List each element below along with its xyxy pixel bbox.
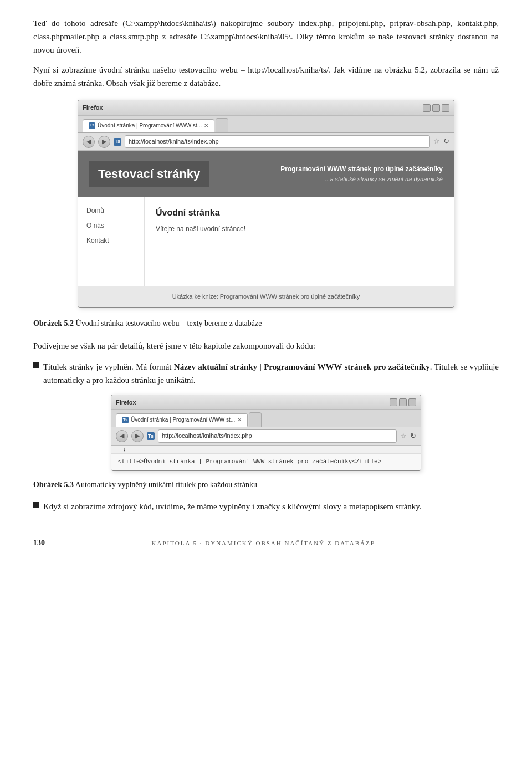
tab-close-1[interactable]: ✕: [204, 121, 208, 130]
site-footer-text-1: Ukázka ke knize: Programování WWW stráne…: [89, 292, 443, 302]
address-bar-1[interactable]: http://localhost/kniha/ts/index.php: [125, 135, 430, 149]
browser-screenshot-1: Firefox Ts Úvodní stránka | Programování…: [78, 100, 454, 308]
figure-caption-1: Obrázek 5.2 Úvodní stránka testovacího w…: [33, 318, 499, 330]
minimize-btn: [423, 104, 431, 112]
browser-tab-active-2[interactable]: Ts Úvodní stránka | Programování WWW st.…: [116, 413, 248, 427]
bullet1-text: Titulek stránky je vyplněn. Má formát: [43, 362, 174, 371]
tab-plus-2[interactable]: +: [249, 412, 262, 427]
browser-titlebar-2: Firefox: [111, 395, 421, 411]
site-tagline-main-1: Programování WWW stránek pro úplné začát…: [280, 164, 443, 175]
page-number: 130: [33, 537, 45, 549]
star-icon-1[interactable]: ☆: [433, 136, 440, 147]
address-url-1: http://localhost/kniha/ts/index.php: [129, 137, 219, 147]
tab-favicon-1: Ts: [89, 122, 95, 129]
forward-button-2[interactable]: ▶: [131, 430, 144, 442]
tab-label-2: Úvodní stránka | Programování WWW st...: [131, 416, 235, 424]
browser-content-1: Testovací stránky Programování WWW strán…: [78, 151, 454, 307]
address-bar-2[interactable]: http://localhost/kniha/ts/index.php: [158, 429, 397, 443]
browser-title-1: Firefox: [83, 103, 103, 113]
indicator-arrow: ↓: [111, 446, 132, 453]
back-button-2[interactable]: ◀: [116, 430, 128, 442]
browser-tabbar-1: Ts Úvodní stránka | Programování WWW st.…: [78, 116, 454, 133]
main-content: Teď do tohoto adresáře (C:\xampp\htdocs\…: [33, 17, 499, 90]
bullet-section-2: Když si zobrazíme zdrojový kód, uvidíme,…: [33, 500, 499, 513]
address-favicon-1: Ts: [114, 138, 121, 146]
close-btn-2: [408, 398, 416, 406]
bullet-icon-1: [33, 362, 39, 368]
bullet-item-2: Když si zobrazíme zdrojový kód, uvidíme,…: [33, 500, 499, 513]
address-favicon-2: Ts: [147, 432, 155, 440]
intro-paragraph-1: Teď do tohoto adresáře (C:\xampp\htdocs\…: [33, 17, 499, 57]
browser-window-controls: [423, 104, 449, 112]
bullet-icon-2: [33, 502, 39, 508]
maximize-btn: [432, 104, 440, 112]
tab-label-1: Úvodní stránka | Programování WWW st...: [98, 121, 202, 130]
indicator-line: ↓: [111, 446, 421, 453]
bullet-text-2: Když si zobrazíme zdrojový kód, uvidíme,…: [43, 500, 499, 513]
bullet-item-1: Titulek stránky je vyplněn. Má formát Ná…: [33, 360, 499, 387]
site-tagline-1: Programování WWW stránek pro úplné začát…: [280, 164, 443, 185]
refresh-icon-2[interactable]: ↻: [410, 431, 416, 442]
nav-home-1[interactable]: Domů: [86, 206, 136, 216]
bullet-text-1: Titulek stránky je vyplněn. Má formát Ná…: [43, 360, 499, 387]
nav-about-1[interactable]: O nás: [86, 221, 136, 231]
site-tagline-sub-1: ...a statické stránky se změní na dynami…: [280, 175, 443, 185]
bullet1-bold: Název aktuální stránky | Programování WW…: [174, 362, 430, 371]
minimize-btn-2: [390, 398, 397, 406]
browser-title-2: Firefox: [116, 398, 136, 408]
site-main-text-1: Vítejte na naší uvodní stránce!: [156, 224, 443, 234]
tab-plus-1[interactable]: +: [216, 118, 228, 132]
address-url-2: http://localhost/kniha/ts/index.php: [162, 431, 252, 441]
browser-toolbar-1: ◀ ▶ Ts http://localhost/kniha/ts/index.p…: [78, 133, 454, 151]
site-header-1: Testovací stránky Programování WWW strán…: [78, 151, 454, 197]
figure-caption-text-1: Úvodní stránka testovacího webu – texty …: [76, 319, 262, 327]
site-nav-1: Domů O nás Kontakt: [78, 197, 145, 286]
tab-close-2[interactable]: ✕: [237, 416, 242, 424]
figure-caption-text-2: Automaticky vyplněný unikátní titulek pr…: [75, 480, 257, 489]
page-footer: 130 KAPITOLA 5 · DYNAMICKÝ OBSAH NAČÍTAN…: [33, 530, 499, 549]
bullet-section: Titulek stránky je vyplněn. Má formát Ná…: [33, 360, 499, 387]
site-logo-1: Testovací stránky: [89, 161, 209, 187]
site-body-1: Domů O nás Kontakt Úvodní stránka Vítejt…: [78, 197, 454, 286]
site-main-1: Úvodní stránka Vítejte na naší uvodní st…: [145, 197, 454, 286]
maximize-btn-2: [399, 398, 407, 406]
figure-label-1: Obrázek 5.2: [33, 319, 74, 327]
nav-contact-1[interactable]: Kontakt: [86, 235, 136, 246]
tab-favicon-2: Ts: [122, 417, 129, 423]
back-button-1[interactable]: ◀: [83, 136, 95, 148]
browser-tabbar-2: Ts Úvodní stránka | Programování WWW st.…: [111, 410, 421, 427]
followup-paragraph: Podívejme se však na pár detailů, které …: [33, 339, 499, 352]
refresh-icon-1[interactable]: ↻: [443, 136, 449, 147]
site-main-heading-1: Úvodní stránka: [156, 206, 443, 220]
browser-titlebar-1: Firefox: [78, 100, 454, 116]
figure-caption-2: Obrázek 5.3 Automaticky vyplněný unikátn…: [33, 479, 499, 491]
browser-window-controls-2: [390, 398, 416, 406]
close-btn: [442, 104, 449, 112]
browser-screenshot-2: Firefox Ts Úvodní stránka | Programování…: [111, 395, 421, 471]
code-line: <title>Úvodní stránka | Programování WWW…: [111, 453, 421, 470]
browser-toolbar-2: ◀ ▶ Ts http://localhost/kniha/ts/index.p…: [111, 427, 421, 446]
browser-tab-active-1[interactable]: Ts Úvodní stránka | Programování WWW st.…: [83, 119, 214, 132]
star-icon-2[interactable]: ☆: [400, 431, 407, 442]
site-footer-1: Ukázka ke knize: Programování WWW stráne…: [78, 286, 454, 308]
intro-paragraph-2: Nyní si zobrazíme úvodní stránku našeho …: [33, 63, 499, 90]
chapter-title: KAPITOLA 5 · DYNAMICKÝ OBSAH NAČÍTANÝ Z …: [152, 539, 376, 549]
figure-label-2: Obrázek 5.3: [33, 480, 74, 489]
forward-button-1[interactable]: ▶: [98, 136, 110, 148]
